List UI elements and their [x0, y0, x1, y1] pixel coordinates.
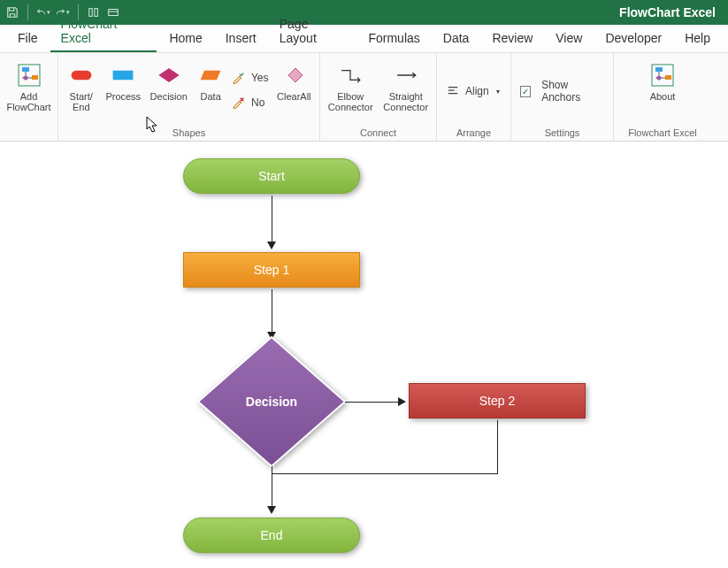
yes-no-stack: Yes No: [232, 58, 269, 123]
svg-rect-6: [32, 75, 38, 80]
end-node[interactable]: End: [183, 518, 360, 553]
connector-start-step1[interactable]: [272, 196, 272, 243]
start-end-button[interactable]: Start/ End: [64, 58, 99, 123]
tab-page-layout[interactable]: Page Layout: [269, 11, 356, 52]
svg-marker-5: [22, 75, 29, 81]
about-button[interactable]: About: [639, 58, 686, 123]
group-about-label: Flowchart Excel: [619, 126, 706, 141]
step1-node[interactable]: Step 1: [183, 252, 360, 288]
straight-connector-icon: [394, 63, 418, 88]
connector-step1-decision[interactable]: [272, 289, 272, 334]
ribbon-tabs: File FlowChart Excel Home Insert Page La…: [0, 25, 728, 53]
group-arrange: Align ▾ Arrange: [437, 53, 511, 141]
svg-rect-13: [655, 67, 663, 72]
group-about: About Flowchart Excel: [614, 53, 711, 141]
group-connect-label: Connect: [326, 126, 431, 141]
clear-all-button[interactable]: ClearAll: [274, 58, 314, 123]
no-button[interactable]: No: [232, 92, 269, 113]
tab-developer[interactable]: Developer: [594, 25, 672, 52]
svg-rect-8: [113, 71, 134, 81]
about-icon: [650, 63, 675, 88]
svg-rect-4: [22, 67, 29, 72]
pencil-check-icon: [232, 71, 246, 85]
connector-step2-down[interactable]: [497, 420, 498, 473]
step2-node[interactable]: Step 2: [409, 383, 586, 418]
add-flowchart-label: Add FlowChart: [5, 91, 52, 112]
svg-marker-11: [288, 68, 303, 82]
elbow-connector-icon: [338, 63, 363, 88]
eraser-icon: [281, 63, 306, 88]
tab-formulas[interactable]: Formulas: [357, 25, 430, 52]
show-anchors-checkbox[interactable]: ✓ Show Anchors: [517, 81, 608, 102]
group-connect: Elbow Connector Straight Connector Conne…: [320, 53, 437, 141]
group-shapes: Start/ End Process Decision Data Yes: [58, 53, 320, 141]
elbow-connector-button[interactable]: Elbow Connector: [326, 58, 376, 123]
align-icon: [446, 84, 460, 98]
tab-insert[interactable]: Insert: [215, 25, 267, 52]
group-settings-label: Settings: [517, 126, 608, 141]
chevron-down-icon: ▾: [496, 88, 500, 96]
decision-button[interactable]: Decision: [148, 58, 189, 123]
undo-icon[interactable]: ▾: [36, 4, 50, 20]
tab-file[interactable]: File: [7, 25, 49, 52]
add-flowchart-icon: [17, 63, 42, 88]
process-icon: [111, 63, 135, 88]
group-shapes-label: Shapes: [64, 126, 314, 141]
svg-rect-7: [71, 71, 91, 81]
pencil-x-icon: [232, 96, 246, 110]
arrowhead-icon: [267, 506, 276, 514]
tab-flowchart-excel[interactable]: FlowChart Excel: [50, 11, 157, 52]
tab-view[interactable]: View: [545, 25, 593, 52]
app-title: FlowChart Excel: [619, 5, 716, 19]
data-button[interactable]: Data: [195, 58, 226, 123]
straight-connector-button[interactable]: Straight Connector: [381, 58, 432, 123]
arrowhead-icon: [398, 397, 406, 406]
svg-marker-10: [201, 71, 221, 81]
yes-button[interactable]: Yes: [232, 67, 269, 88]
tab-data[interactable]: Data: [433, 25, 480, 52]
ribbon: Add FlowChart Start/ End Process Decisio…: [0, 53, 728, 142]
decision-icon: [157, 63, 181, 88]
save-icon[interactable]: [5, 4, 19, 20]
group-arrange-label: Arrange: [442, 126, 505, 141]
decision-node[interactable]: Decision: [196, 335, 347, 468]
group-add: Add FlowChart: [0, 53, 58, 141]
svg-marker-9: [158, 68, 179, 82]
flowchart-canvas[interactable]: Start Step 1 Decision Step 2 End: [0, 142, 728, 568]
tab-home[interactable]: Home: [158, 25, 212, 52]
tab-help[interactable]: Help: [674, 25, 721, 52]
tab-review[interactable]: Review: [481, 25, 543, 52]
add-flowchart-button[interactable]: Add FlowChart: [5, 58, 52, 123]
checkbox-checked-icon: ✓: [520, 86, 531, 97]
process-button[interactable]: Process: [104, 58, 142, 123]
align-dropdown[interactable]: Align ▾: [442, 81, 503, 102]
group-settings: ✓ Show Anchors Settings: [511, 53, 614, 141]
start-node[interactable]: Start: [183, 158, 360, 194]
connector-step2-left[interactable]: [272, 473, 498, 474]
svg-rect-15: [665, 75, 671, 80]
connector-decision-step2[interactable]: [345, 402, 400, 403]
svg-marker-14: [655, 75, 663, 81]
data-icon: [198, 63, 223, 88]
terminator-icon: [69, 63, 94, 88]
arrowhead-icon: [267, 242, 276, 249]
